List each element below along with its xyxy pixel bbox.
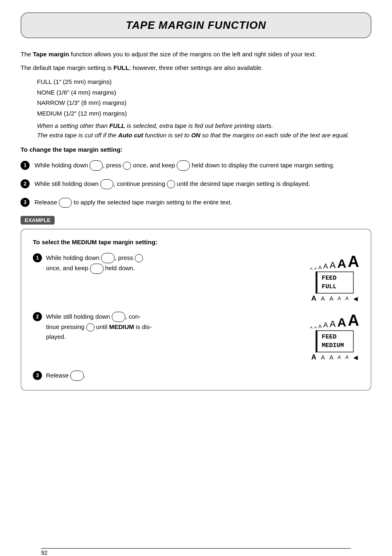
step-1: 1 While holding down , press once, and k…	[21, 160, 371, 171]
list-item: NARROW (1/3″ (8 mm) margins)	[37, 97, 371, 108]
margin-options-list: FULL (1″ (25 mm) margins) NONE (1/6″ (4 …	[37, 76, 371, 118]
step-3-text: Release to apply the selected tape margi…	[35, 197, 371, 208]
lcd-line2-1: FULL	[322, 283, 349, 291]
example-box: To select the MEDIUM tape margin setting…	[21, 229, 371, 391]
release-button	[59, 198, 72, 208]
keep-button-1	[177, 160, 190, 170]
intro-para-2: The default tape margin setting is FULL;…	[21, 63, 371, 73]
hold-button-1	[90, 160, 103, 170]
press-button-1	[123, 162, 131, 170]
ex-step-1-text: While holding down , press once, and kee…	[46, 253, 143, 274]
ex-release-btn	[70, 371, 84, 381]
ex-step-2-text: While still holding down , con- tinue pr…	[46, 312, 152, 342]
press-button-2	[167, 180, 175, 188]
lcd-display-2: FEED MEDIUM	[317, 330, 354, 352]
example-step-2: 2 While still holding down , con- tinue …	[33, 312, 359, 361]
lcd-line1-2: FEED	[322, 333, 349, 341]
list-item: FULL (1″ (25 mm) margins)	[37, 76, 371, 87]
lcd-line2-2: MEDIUM	[322, 341, 349, 350]
lcd-line1-1: FEED	[322, 274, 349, 283]
step-num-3: 3	[21, 198, 30, 207]
ex-hold-btn-2	[112, 312, 125, 322]
main-steps-list: 1 While holding down , press once, and k…	[21, 160, 371, 208]
page-title: TAPE MARGIN FUNCTION	[30, 19, 362, 32]
lcd-display-1: FEED FULL	[317, 271, 354, 294]
ex-step-num-1: 1	[33, 253, 42, 262]
ex-press-btn-2	[86, 323, 95, 331]
step-2: 2 While still holding down , continue pr…	[21, 179, 371, 189]
example-label: EXAMPLE	[21, 216, 55, 225]
section-heading: To change the tape margin setting:	[21, 146, 371, 153]
ex-visual-1: A A A A A A A FEED FULL A	[310, 253, 359, 303]
ex-step-num-3: 3	[33, 371, 42, 380]
bottom-a-row-2: A A A A A ◀	[311, 353, 358, 361]
list-item: NONE (1/6″ (4 mm) margins)	[37, 87, 371, 98]
list-item: MEDIUM (1/2″ (12 mm) margins)	[37, 108, 371, 119]
page-number: 92	[41, 549, 48, 556]
ex-visual-2: A A A A A A A FEED MEDIUM A	[310, 312, 359, 361]
example-heading: To select the MEDIUM tape margin setting…	[33, 239, 359, 246]
step-num-1: 1	[21, 161, 30, 170]
a-row-1: A A A A A A A	[310, 253, 359, 271]
step-3: 3 Release to apply the selected tape mar…	[21, 197, 371, 208]
example-step-1: 1 While holding down , press once, and k…	[33, 253, 359, 303]
italic-note: When a setting other than FULL is select…	[37, 121, 371, 140]
step-num-2: 2	[21, 179, 30, 188]
hold-button-2	[100, 179, 113, 189]
page-line	[41, 548, 351, 549]
intro-para-1: The Tape margin function allows you to a…	[21, 50, 371, 59]
title-box: TAPE MARGIN FUNCTION	[21, 12, 371, 38]
example-step-3: 3 Release .	[33, 371, 359, 381]
page-wrap: TAPE MARGIN FUNCTION The Tape margin fun…	[21, 12, 371, 556]
ex-step-3-text: Release .	[46, 371, 85, 381]
ex-step-num-2: 2	[33, 312, 42, 321]
ex-keep-btn-1	[90, 264, 104, 274]
ex-press-btn-1	[135, 254, 143, 262]
ex-hold-btn-1	[101, 253, 115, 263]
a-row-2: A A A A A A A	[310, 312, 359, 329]
step-2-text: While still holding down , continue pres…	[35, 179, 371, 189]
bottom-a-row-1: A A A A A ◀	[311, 294, 358, 303]
step-1-text: While holding down , press once, and kee…	[35, 160, 371, 171]
